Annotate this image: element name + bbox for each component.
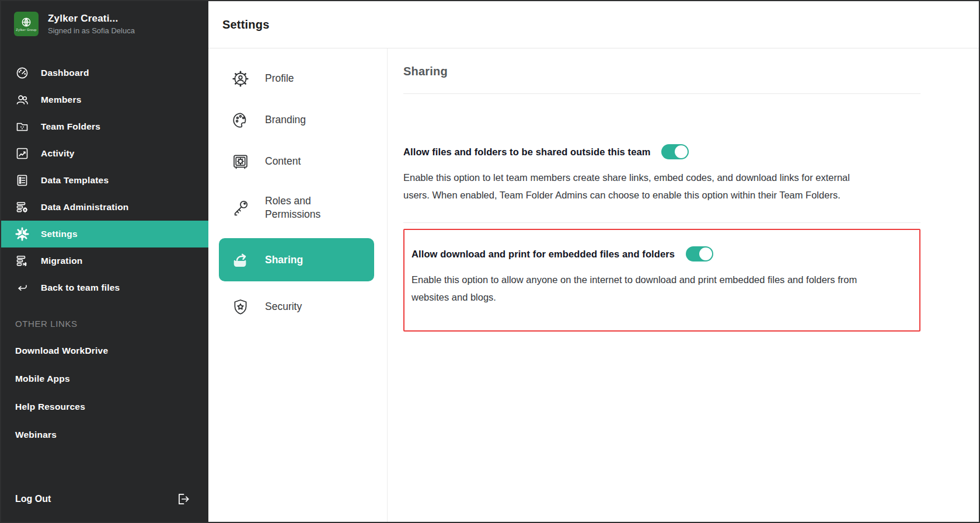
link-download-workdrive[interactable]: Download WorkDrive [15,337,208,365]
shield-star-icon [231,298,250,316]
tab-security[interactable]: Security [208,286,387,327]
tab-branding[interactable]: Branding [208,99,387,141]
activity-icon [15,146,30,161]
members-icon [15,92,30,107]
profile-gear-icon [231,69,250,88]
logo-caption: Zylker Group [16,28,36,32]
other-links-section: OTHER LINKS Download WorkDrive Mobile Ap… [1,319,208,449]
setting-label: Allow download and print for embedded fi… [411,249,675,260]
setting-download-print-embedded: Allow download and print for embedded fi… [411,246,908,306]
tab-label: Profile [265,72,294,85]
highlight-box: Allow download and print for embedded fi… [403,229,920,332]
sidebar: Zylker Group Zylker Creati... Signed in … [1,1,208,522]
sidebar-item-settings[interactable]: Settings [1,221,208,247]
sharing-settings-pane: Sharing Allow files and folders to be sh… [388,48,979,522]
sidebar-item-migration[interactable]: Migration [1,247,208,274]
app-window: Zylker Group Zylker Creati... Signed in … [0,0,980,523]
sidebar-item-back-to-team-files[interactable]: Back to team files [1,274,208,301]
settings-gear-icon [15,226,30,242]
sidebar-item-label: Members [41,95,81,105]
settings-subnav: Profile Branding [208,48,388,522]
safe-icon [231,152,250,171]
sidebar-menu: Dashboard Members [1,60,208,301]
migration-icon [15,253,30,269]
palette-icon [231,111,250,130]
link-help-resources[interactable]: Help Resources [15,393,208,421]
tab-label: Content [265,155,301,168]
data-templates-icon [15,173,30,188]
tab-roles-and-permissions[interactable]: Roles and Permissions [208,182,387,233]
setting-description: Enable this option to let team members c… [403,169,873,204]
divider [403,93,920,94]
sidebar-item-label: Data Templates [41,175,109,186]
sidebar-item-label: Data Administration [41,202,129,212]
key-icon [231,198,250,217]
other-links-heading: OTHER LINKS [15,319,208,329]
link-webinars[interactable]: Webinars [15,421,208,449]
toggle-knob [699,247,712,260]
divider [403,222,920,223]
toggle-share-outside-team[interactable] [661,144,689,159]
sidebar-item-label: Activity [41,148,75,159]
tab-sharing[interactable]: Sharing [219,238,374,281]
page-title: Settings [222,18,270,32]
sidebar-item-label: Team Folders [41,121,100,132]
toggle-download-print-embedded[interactable] [686,246,713,262]
sidebar-item-label: Back to team files [41,283,120,293]
data-administration-icon [15,200,30,215]
page-header: Settings [208,1,979,48]
logout-label: Log Out [15,494,51,504]
sidebar-item-label: Settings [41,229,78,239]
link-mobile-apps[interactable]: Mobile Apps [15,365,208,393]
setting-share-outside-team: Allow files and folders to be shared out… [403,144,920,204]
toggle-knob [675,145,688,158]
signed-in-as: Signed in as Sofia Deluca [48,26,135,35]
tab-label: Security [265,300,302,313]
sidebar-item-data-administration[interactable]: Data Administration [1,194,208,221]
sidebar-item-label: Migration [41,256,83,266]
team-name: Zylker Creati... [48,13,135,25]
sidebar-item-team-folders[interactable]: Team Folders [1,113,208,140]
dashboard-icon [15,65,30,81]
back-arrow-icon [15,280,30,295]
team-folders-icon [15,119,30,134]
tab-label: Roles and Permissions [265,194,353,221]
team-logo: Zylker Group [14,12,39,36]
tab-label: Sharing [265,253,303,267]
section-title: Sharing [403,65,920,78]
sidebar-item-data-templates[interactable]: Data Templates [1,167,208,194]
setting-description: Enable this option to allow anyone on th… [411,271,881,306]
sidebar-item-label: Dashboard [41,68,89,78]
sidebar-item-dashboard[interactable]: Dashboard [1,60,208,86]
logout-icon [176,491,191,507]
share-tray-icon [231,250,250,269]
sidebar-item-members[interactable]: Members [1,86,208,113]
team-switcher[interactable]: Zylker Group Zylker Creati... Signed in … [1,1,208,44]
sidebar-item-activity[interactable]: Activity [1,140,208,167]
logout-button[interactable]: Log Out [1,491,208,522]
globe-icon [21,17,32,27]
tab-profile[interactable]: Profile [208,58,387,99]
setting-label: Allow files and folders to be shared out… [403,147,650,158]
tab-content[interactable]: Content [208,141,387,182]
tab-label: Branding [265,113,306,127]
